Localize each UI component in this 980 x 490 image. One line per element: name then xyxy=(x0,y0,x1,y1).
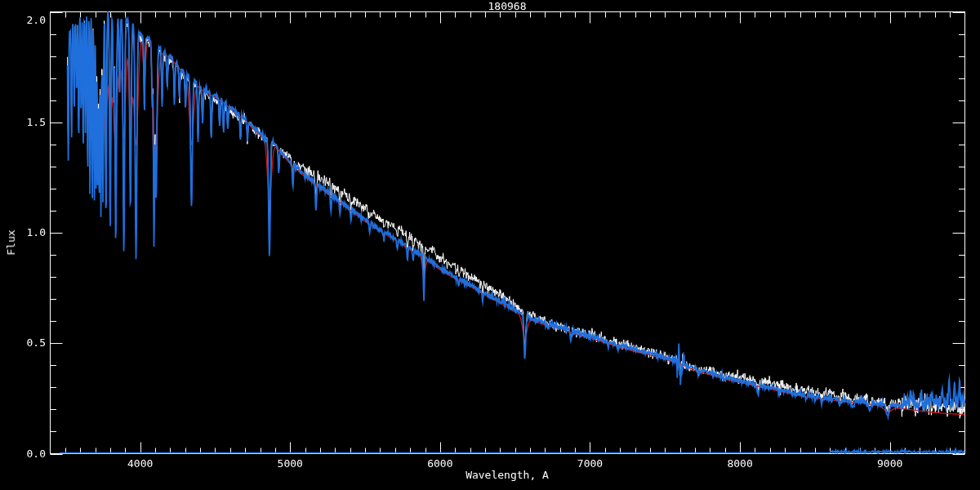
x-tick-label: 5000 xyxy=(278,458,303,470)
x-axis-label: Wavelength, A xyxy=(466,470,549,481)
x-tick-label: 7000 xyxy=(577,458,603,470)
y-tick-label: 2.0 xyxy=(10,15,46,26)
y-tick-label: 1.0 xyxy=(10,227,46,238)
x-tick-label: 8000 xyxy=(727,458,752,470)
x-tick-label: 4000 xyxy=(127,458,153,470)
plot-title: 180968 xyxy=(488,1,527,12)
y-tick-label: 0.5 xyxy=(10,337,46,349)
x-tick-label: 6000 xyxy=(427,458,452,470)
spectrum-plot-canvas xyxy=(0,0,980,490)
y-tick-label: 0.0 xyxy=(10,448,46,460)
y-tick-label: 1.5 xyxy=(10,117,46,128)
spectrum-figure: 180968 Flux Wavelength, A 2.01.51.00.50.… xyxy=(0,0,980,490)
x-tick-label: 9000 xyxy=(877,458,902,470)
